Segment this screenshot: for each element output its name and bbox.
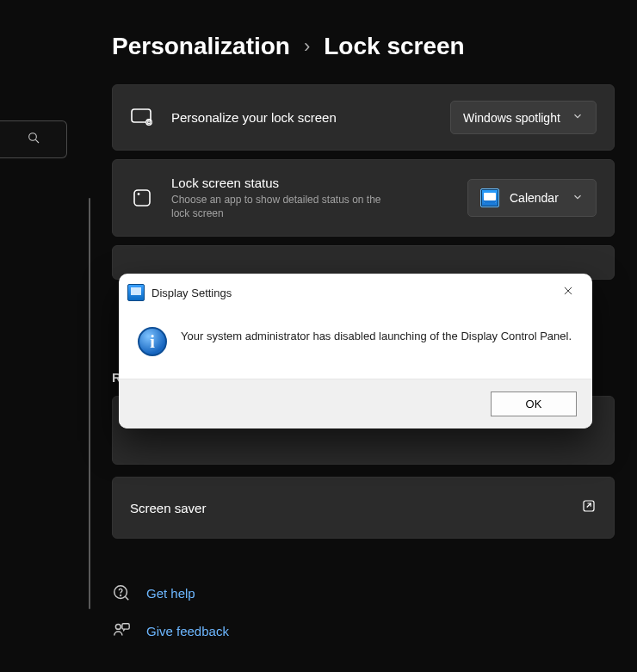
dialog-title: Display Settings (152, 287, 232, 299)
breadcrumb-parent[interactable]: Personalization (112, 33, 290, 60)
close-button[interactable] (553, 281, 584, 305)
svg-point-6 (138, 194, 139, 195)
info-icon: i (138, 327, 167, 356)
get-help-label: Get help (146, 586, 195, 601)
give-feedback-link[interactable]: Give feedback (112, 621, 229, 640)
breadcrumb: Personalization › Lock screen (112, 33, 465, 60)
scroll-indicator (89, 198, 90, 609)
ok-button[interactable]: OK (491, 391, 577, 416)
chevron-down-icon (572, 191, 584, 206)
breadcrumb-separator: › (304, 35, 310, 58)
personalize-dropdown-value: Windows spotlight (463, 111, 560, 125)
svg-point-11 (115, 624, 121, 629)
screen-saver-card[interactable]: Screen saver (112, 477, 615, 539)
calendar-icon (480, 188, 499, 207)
lock-screen-status-card[interactable]: Lock screen status Choose an app to show… (112, 159, 615, 237)
screensaver-title: Screen saver (130, 501, 564, 515)
dialog-titlebar[interactable]: Display Settings (119, 274, 592, 311)
monitor-lock-icon (130, 106, 154, 130)
svg-point-3 (146, 119, 152, 124)
chevron-down-icon (572, 110, 584, 125)
svg-rect-5 (134, 190, 150, 206)
feedback-label: Give feedback (146, 624, 229, 638)
help-icon (112, 583, 131, 602)
svg-rect-12 (122, 624, 129, 629)
display-settings-icon (127, 284, 145, 301)
open-external-icon (581, 498, 597, 517)
personalize-title: Personalize your lock screen (171, 110, 433, 125)
personalize-dropdown[interactable]: Windows spotlight (450, 101, 597, 134)
svg-point-0 (28, 133, 36, 141)
status-dropdown-value: Calendar (510, 191, 559, 205)
search-input[interactable] (0, 120, 67, 158)
get-help-link[interactable]: Get help (112, 583, 229, 602)
personalize-lock-screen-card[interactable]: Personalize your lock screen Windows spo… (112, 84, 615, 151)
breadcrumb-current: Lock screen (324, 33, 464, 60)
dialog-message: Your system administrator has disabled l… (181, 327, 572, 356)
status-dropdown[interactable]: Calendar (467, 179, 597, 217)
app-square-icon (130, 186, 154, 210)
svg-line-1 (35, 139, 39, 143)
search-icon (27, 131, 40, 148)
svg-line-8 (587, 503, 591, 508)
display-settings-dialog: Display Settings i Your system administr… (119, 274, 592, 428)
feedback-icon (112, 621, 131, 640)
svg-point-10 (120, 595, 121, 596)
close-icon (562, 285, 574, 300)
status-subtitle: Choose an app to show detailed status on… (171, 193, 395, 220)
status-title: Lock screen status (171, 176, 450, 190)
